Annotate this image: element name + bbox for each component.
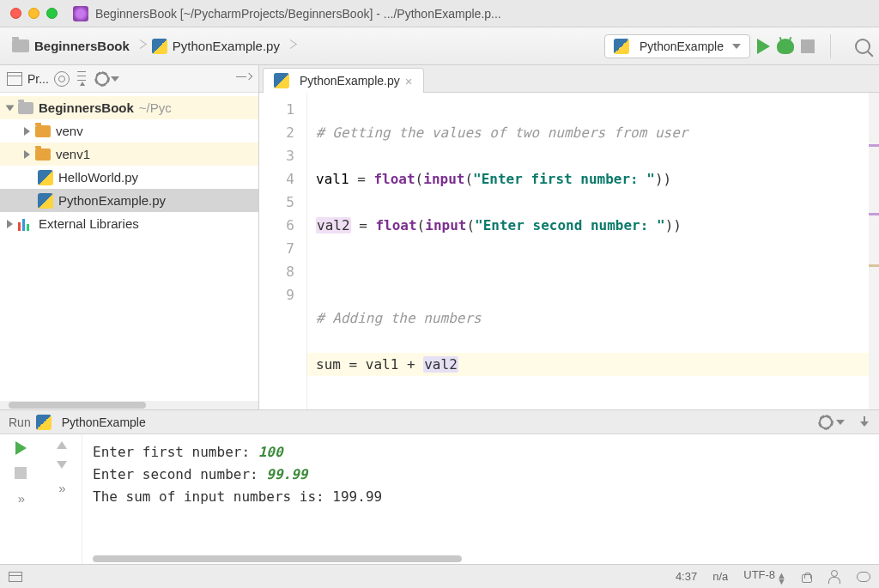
titlebar: BeginnersBook [~/PycharmProjects/Beginne… [0, 0, 879, 27]
minimize-window-icon[interactable] [28, 8, 39, 19]
breadcrumb-project[interactable]: BeginnersBook [9, 37, 133, 55]
python-file-icon [36, 415, 52, 430]
expand-arrow-icon[interactable] [24, 150, 30, 159]
code-token: ( [415, 171, 424, 187]
line-separator[interactable]: n/a [712, 570, 728, 583]
libraries-icon [18, 217, 33, 231]
download-icon[interactable] [858, 416, 870, 428]
code-content[interactable]: # Getting the values of two numbers from… [307, 93, 879, 409]
expand-arrow-icon[interactable] [7, 220, 13, 228]
line-number: 9 [264, 283, 294, 306]
stripe-marker[interactable] [869, 144, 879, 147]
code-token: = [351, 217, 376, 233]
chevron-down-icon [732, 44, 741, 49]
project-panel: Pr... BeginnersBook ~/Pyc venv ven [0, 65, 259, 409]
run-tools-nav: » [41, 434, 82, 564]
chevron-down-icon [111, 76, 119, 82]
more-icon[interactable]: » [58, 481, 64, 495]
code-comment: # Getting the values of two numbers from… [316, 124, 688, 141]
console-scroll-horizontal[interactable] [93, 555, 869, 564]
tree-item-venv[interactable]: venv [0, 119, 258, 142]
console-user-input: 99.99 [266, 466, 307, 482]
line-number: 5 [264, 191, 294, 214]
project-view-icon[interactable] [7, 72, 22, 86]
line-number: 3 [264, 144, 294, 167]
code-token: sum [316, 356, 341, 373]
code-token: val1 [316, 171, 349, 187]
run-config-select[interactable]: PythonExample [604, 34, 750, 58]
console-text: Enter second number: [93, 466, 266, 482]
collapse-all-icon[interactable] [75, 71, 90, 87]
tree-root-label: BeginnersBook [39, 100, 134, 115]
tree-item-label: External Libraries [39, 216, 139, 231]
editor-tab[interactable]: PythonExample.py × [263, 68, 424, 93]
expand-arrow-icon[interactable] [6, 105, 15, 111]
search-icon[interactable] [855, 39, 870, 54]
tree-root-path: ~/Pyc [139, 100, 172, 115]
arrow-up-icon[interactable] [57, 441, 67, 449]
folder-icon [18, 102, 33, 114]
cursor-position[interactable]: 4:37 [676, 570, 697, 583]
debug-button-icon[interactable] [777, 39, 794, 54]
tree-item-external-libs[interactable]: External Libraries [0, 212, 258, 235]
hide-panel-icon[interactable] [236, 71, 252, 87]
run-tool-window: Run PythonExample » » Enter first number… [0, 409, 879, 564]
console-text: Enter first number: [93, 444, 258, 460]
close-tab-icon[interactable]: × [405, 74, 413, 88]
tool-window-toggle-icon[interactable] [9, 572, 22, 582]
code-token: ( [464, 171, 473, 187]
gear-icon[interactable] [819, 415, 833, 429]
scroll-thumb[interactable] [9, 402, 146, 409]
stop-button-icon[interactable] [801, 39, 815, 53]
code-token: input [423, 171, 464, 187]
gutter: 1 2 3 4 5 6 7 8 9 [259, 93, 307, 409]
gear-icon[interactable] [95, 72, 109, 86]
line-number: 2 [264, 121, 294, 144]
status-bar: 4:37 n/a UTF-8▲▼ [0, 564, 879, 588]
run-tools-left: » [0, 434, 41, 564]
folder-icon [35, 149, 51, 161]
python-file-icon [38, 193, 53, 209]
editor-area: PythonExample.py × 1 2 3 4 5 6 7 8 9 # G… [259, 65, 879, 409]
tree-item-pythonexample[interactable]: PythonExample.py [0, 189, 258, 212]
code-token: ( [466, 217, 475, 233]
scroll-thumb[interactable] [93, 555, 462, 562]
pycharm-app-icon [73, 6, 88, 21]
tree-item-venv1[interactable]: venv1 [0, 142, 258, 166]
editor-body[interactable]: 1 2 3 4 5 6 7 8 9 # Getting the values o… [259, 93, 879, 409]
run-label: Run [9, 415, 31, 429]
console-output[interactable]: Enter first number: 100 Enter second num… [82, 434, 879, 555]
code-token: ( [417, 217, 426, 233]
run-header: Run PythonExample [0, 410, 879, 434]
close-window-icon[interactable] [10, 8, 21, 19]
expand-arrow-icon[interactable] [24, 127, 30, 136]
more-icon[interactable]: » [18, 491, 23, 506]
code-token: "Enter first number: " [473, 171, 655, 187]
tree-item-label: venv [56, 124, 83, 138]
code-token: )) [655, 171, 671, 187]
error-stripe[interactable] [869, 93, 879, 409]
window-title: BeginnersBook [~/PycharmProjects/Beginne… [95, 7, 869, 21]
notifications-icon[interactable] [857, 572, 870, 582]
line-number: 1 [264, 98, 294, 121]
inspector-icon[interactable] [827, 570, 841, 584]
tree-scroll-horizontal[interactable] [0, 401, 258, 409]
autoscroll-icon[interactable] [54, 71, 70, 87]
arrow-down-icon[interactable] [57, 461, 67, 469]
tree-item-helloworld[interactable]: HelloWorld.py [0, 166, 258, 189]
lock-icon[interactable] [802, 574, 812, 583]
rerun-icon[interactable] [15, 441, 27, 455]
stop-icon[interactable] [15, 467, 27, 479]
code-token: float [375, 217, 416, 233]
stripe-marker[interactable] [869, 213, 879, 215]
run-config-area: PythonExample [604, 34, 870, 58]
stripe-marker[interactable] [869, 264, 879, 267]
line-number: 4 [264, 167, 294, 191]
run-button-icon[interactable] [757, 39, 770, 54]
zoom-window-icon[interactable] [46, 8, 58, 19]
tree-root[interactable]: BeginnersBook ~/Pyc [0, 96, 258, 119]
editor-tab-bar: PythonExample.py × [259, 65, 879, 93]
run-config-name: PythonExample [62, 415, 146, 429]
file-encoding[interactable]: UTF-8▲▼ [743, 568, 786, 585]
breadcrumb-file[interactable]: PythonExample.py [149, 37, 283, 56]
